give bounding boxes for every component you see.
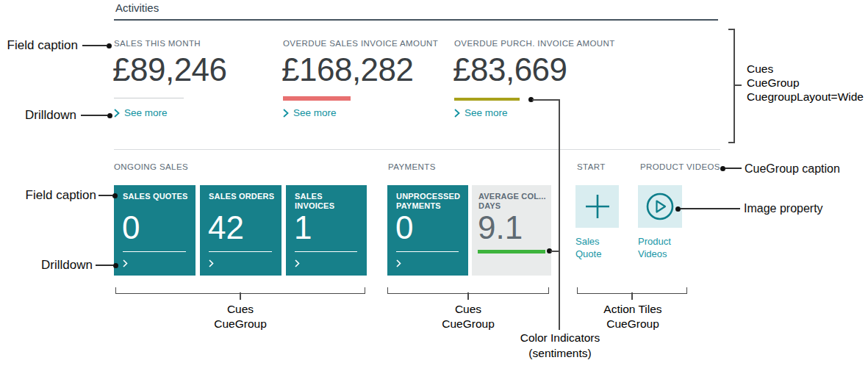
tile-field-caption: UNPROCESSED PAYMENTS — [396, 192, 464, 211]
tile-rule — [123, 251, 186, 252]
annotation-field-caption: Field caption — [10, 188, 96, 203]
annotation-drilldown: Drilldown — [4, 108, 76, 123]
see-more-label: See more — [124, 107, 168, 118]
chevron-right-icon — [114, 109, 120, 118]
annotation-field-caption: Field caption — [4, 38, 78, 53]
tile-rule — [396, 251, 459, 252]
activities-part-screenshot: Activities SALES THIS MONTH £89,246 See … — [0, 0, 868, 374]
bracket-action-tiles — [577, 287, 687, 294]
cuegroup-caption-payments: PAYMENTS — [388, 162, 436, 171]
chevron-right-icon — [295, 259, 300, 267]
cue-tile-unprocessed-payments[interactable]: UNPROCESSED PAYMENTS 0 — [387, 185, 468, 276]
chevron-right-icon — [123, 259, 128, 267]
see-more-link[interactable]: See more — [283, 107, 337, 118]
chevron-right-icon — [209, 259, 214, 267]
annotation-pointer-line — [681, 208, 740, 209]
cue-field-caption: OVERDUE SALES INVOICE AMOUNT — [283, 39, 438, 48]
bracket-line — [734, 29, 735, 143]
cue-tile-average-collection-days[interactable]: AVERAGE COL... DAYS 9.1 — [472, 185, 551, 276]
annotation-cuegroup-caption: CueGroup caption — [745, 162, 840, 176]
see-more-label: See more — [465, 107, 508, 118]
annotation-cues-cuegroup: Cues CueGroup — [130, 302, 351, 331]
cue-overdue-purch-invoice: OVERDUE PURCH. INVOICE AMOUNT £83,669 Se… — [454, 39, 625, 129]
action-label-sales-quote[interactable]: Sales Quote — [575, 235, 618, 260]
tile-field-caption: AVERAGE COL... DAYS — [478, 192, 547, 211]
connector-line — [532, 99, 560, 101]
color-indicator-unfavorable — [283, 96, 351, 101]
cuegroup-caption-ongoing-sales: ONGOING SALES — [114, 162, 188, 171]
see-more-label: See more — [293, 107, 337, 118]
annotation-pointer-line — [82, 45, 107, 46]
plus-icon — [584, 193, 611, 220]
play-circle-icon — [645, 191, 675, 222]
tile-value: 0 — [122, 212, 140, 244]
cue-field-caption: SALES THIS MONTH — [114, 39, 201, 48]
annotation-pointer-line — [725, 168, 742, 169]
annotation-drilldown: Drilldown — [10, 258, 93, 273]
cuegroup-caption-start: START — [577, 162, 606, 171]
section-divider — [114, 149, 720, 150]
cue-overdue-sales-invoice: OVERDUE SALES INVOICE AMOUNT £168,282 Se… — [283, 39, 453, 129]
chevron-right-icon — [283, 109, 289, 118]
annotation-pointer-line — [98, 195, 112, 196]
tile-value: 0 — [395, 212, 413, 244]
cue-tile-sales-orders[interactable]: SALES ORDERS 42 — [200, 185, 281, 276]
bracket-tick — [735, 84, 742, 86]
cue-value: £168,282 — [281, 54, 414, 86]
connector-line — [550, 251, 560, 252]
action-tile-sales-quote[interactable] — [575, 185, 619, 228]
annotation-pointer-line — [96, 265, 113, 266]
connector-line — [559, 99, 560, 330]
chevron-right-icon — [396, 259, 401, 267]
cue-field-caption: OVERDUE PURCH. INVOICE AMOUNT — [454, 39, 615, 48]
bracket-tick — [728, 29, 734, 30]
annotation-cues-cuegroup: Cues CueGroup — [387, 302, 549, 331]
tile-field-caption: SALES ORDERS — [209, 192, 277, 201]
cue-tile-sales-quotes[interactable]: SALES QUOTES 0 — [114, 185, 196, 276]
chevron-right-icon — [454, 109, 460, 118]
cue-value: £83,669 — [453, 54, 567, 86]
tile-value: 9.1 — [478, 212, 523, 244]
tile-rule — [295, 251, 357, 252]
tile-rule — [209, 251, 272, 252]
cue-sales-this-month: SALES THIS MONTH £89,246 See more — [114, 39, 284, 129]
color-indicator-ambiguous — [454, 98, 520, 101]
cue-tile-sales-invoices[interactable]: SALES INVOICES 1 — [286, 185, 367, 276]
see-more-link[interactable]: See more — [454, 107, 508, 118]
action-label-product-videos[interactable]: Product Videos — [638, 235, 681, 260]
page-title: Activities — [115, 1, 159, 14]
annotation-image-property: Image property — [744, 202, 823, 215]
tile-field-caption: SALES QUOTES — [123, 192, 191, 201]
cue-value: £89,246 — [112, 54, 227, 86]
annotation-pointer-line — [81, 115, 107, 116]
color-indicator-neutral — [114, 98, 184, 98]
annotation-cues-cuegroup-wide: Cues CueGroup CuegroupLayout=Wide — [747, 62, 864, 104]
tile-value: 42 — [208, 212, 244, 244]
see-more-link[interactable]: See more — [114, 107, 168, 118]
cuegroup-caption-product-videos: PRODUCT VIDEOS — [640, 162, 720, 171]
bracket-payments — [387, 287, 549, 294]
header-divider — [114, 19, 718, 21]
tile-field-caption: SALES INVOICES — [295, 192, 362, 211]
action-tile-product-videos[interactable] — [638, 185, 682, 228]
bracket-ongoing-sales — [115, 287, 365, 294]
annotation-action-tiles-cuegroup: Action Tiles CueGroup — [559, 302, 706, 331]
annotation-color-indicators: Color Indicators (sentiments) — [501, 330, 619, 361]
bracket-tick — [728, 142, 734, 143]
tile-value: 1 — [294, 212, 312, 244]
color-indicator-positive — [478, 250, 545, 253]
